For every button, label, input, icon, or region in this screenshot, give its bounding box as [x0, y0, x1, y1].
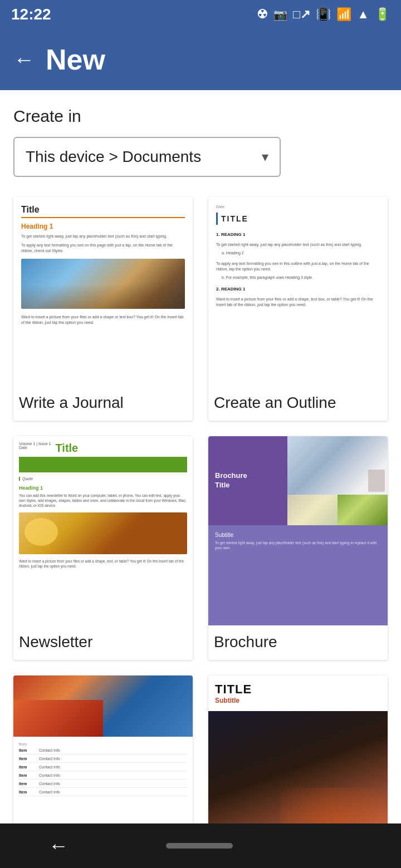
j-image	[21, 259, 185, 309]
journal-thumb: Title Heading 1 To get started right awa…	[13, 197, 193, 386]
template-card-newsletter[interactable]: Volume 1 | Issue 1Date Title Quote Headi…	[13, 436, 193, 660]
template-label-journal: Write a Journal	[13, 386, 193, 421]
template-label-brochure: Brochure	[208, 625, 388, 660]
b-body: To get started right away, just tap any …	[215, 540, 381, 550]
nav-pill	[166, 843, 233, 849]
td-title-text: TITLE	[215, 682, 381, 697]
template-thumbnail-newsletter: Volume 1 | Issue 1Date Title Quote Headi…	[13, 436, 193, 625]
template-thumbnail-outline: Date TITLE 1. READING 1 To get started r…	[208, 197, 388, 386]
o-section1: 1. READING 1	[216, 232, 380, 237]
b-subtitle: Subtitle	[215, 532, 381, 538]
r-item-5: Item Contact Info	[19, 782, 187, 788]
screenshot-icon: 📷	[273, 8, 287, 21]
back-button[interactable]: ←	[13, 49, 35, 70]
r-item-4: Item Contact Info	[19, 773, 187, 780]
n-green-bar	[19, 457, 187, 472]
template-thumbnail-brochure: BrochureTitle Subtitle To get starte	[208, 436, 388, 625]
n-body2: You can add this newsletter to Word on y…	[19, 493, 187, 508]
n-vol: Volume 1 | Issue 1Date	[19, 442, 51, 450]
template-thumbnail-journal: Title Heading 1 To get started right awa…	[13, 197, 193, 386]
status-icons: ☢ 📷 □↗ 📳 📶 ▲ 🔋	[257, 7, 390, 22]
header: ← New	[0, 29, 401, 90]
o-section2: 2. READING 1	[216, 287, 380, 292]
n-title-block: Title	[55, 442, 187, 455]
r-item-6: Item Contact Info	[19, 790, 187, 796]
status-time: 12:22	[11, 6, 51, 23]
location-dropdown[interactable]: This device > Documents ▾	[13, 137, 281, 177]
j-text2: To apply any text formatting you see on …	[21, 243, 185, 254]
template-grid: Title Heading 1 To get started right awa…	[13, 197, 388, 868]
o-title-line	[216, 213, 218, 225]
b-photo-br	[338, 495, 388, 525]
o-date: Date	[216, 205, 380, 209]
o-sub-a: a. Heading 2	[222, 250, 380, 257]
o-body3: Want to insert a picture from your files…	[216, 297, 380, 308]
content-area: Create in This device > Documents ▾ Titl…	[0, 90, 401, 868]
n-body3: Want to insert a picture from your files…	[19, 559, 187, 569]
page-title: New	[46, 43, 105, 76]
b-purple: BrochureTitle	[208, 436, 287, 525]
nav-back-button[interactable]: ←	[48, 834, 69, 857]
template-label-newsletter: Newsletter	[13, 625, 193, 660]
template-label-outline: Create an Outline	[208, 386, 388, 421]
template-card-journal[interactable]: Title Heading 1 To get started right awa…	[13, 197, 193, 421]
r-from: from	[19, 742, 187, 746]
o-title: TITLE	[221, 214, 248, 223]
o-title-bar: TITLE	[216, 213, 380, 225]
td-subtitle-text: Subtitle	[215, 697, 381, 704]
n-image	[19, 512, 187, 554]
status-bar: 12:22 ☢ 📷 □↗ 📳 📶 ▲ 🔋	[0, 0, 401, 29]
j-heading: Heading 1	[21, 223, 185, 230]
b-top: BrochureTitle	[208, 436, 388, 525]
signal-icon: ☢	[257, 7, 268, 22]
b-title: BrochureTitle	[215, 471, 247, 490]
create-in-label: Create in	[13, 107, 388, 126]
template-card-outline[interactable]: Date TITLE 1. READING 1 To get started r…	[208, 197, 388, 421]
n-header-row: Volume 1 | Issue 1Date Title	[19, 442, 187, 455]
j-footer: Want to insert a picture from your files…	[21, 314, 185, 326]
o-sub-b: b. For example, this paragraph uses Head…	[222, 275, 380, 281]
n-heading2: Heading 1	[19, 485, 187, 491]
j-text: To get started right away, just tap any …	[21, 234, 185, 239]
nav-bar: ←	[0, 823, 401, 868]
cast-icon: □↗	[293, 7, 310, 22]
r-item-2: Item Contact Info	[19, 757, 187, 763]
location-text: This device > Documents	[26, 148, 201, 166]
newsletter-thumb: Volume 1 | Issue 1Date Title Quote Headi…	[13, 436, 193, 625]
b-photos	[287, 436, 388, 525]
vibrate-icon: 📳	[316, 7, 331, 22]
chevron-down-icon: ▾	[262, 149, 268, 165]
brochure-thumb: BrochureTitle Subtitle To get starte	[208, 436, 388, 625]
outline-thumb: Date TITLE 1. READING 1 To get started r…	[208, 197, 388, 386]
td-header: TITLE Subtitle	[208, 675, 388, 711]
n-quote: Quote	[19, 477, 187, 481]
o-body2: To apply any text formatting you see in …	[216, 261, 380, 272]
cellular-icon: ▲	[357, 7, 369, 22]
n-title: Title	[55, 442, 187, 455]
r-item-1: Item Contact Info	[19, 748, 187, 754]
b-photo-bottom-row	[287, 495, 388, 525]
battery-icon: 🔋	[375, 7, 390, 22]
b-photo-top	[287, 436, 388, 495]
b-photo-bl	[287, 495, 338, 525]
o-body1: To get started right away, just tap any …	[216, 242, 380, 248]
template-card-brochure[interactable]: BrochureTitle Subtitle To get starte	[208, 436, 388, 660]
wifi-icon: 📶	[336, 7, 351, 22]
j-title: Title	[21, 205, 185, 218]
r-image	[13, 675, 193, 737]
r-item-3: Item Contact Info	[19, 765, 187, 771]
b-bottom: Subtitle To get started right away, just…	[208, 525, 388, 625]
